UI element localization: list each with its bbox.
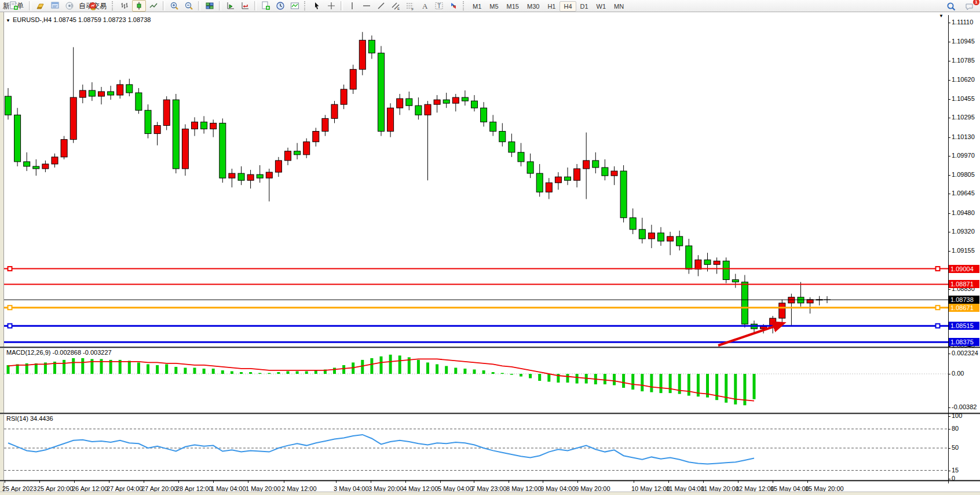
rsi-tick-label: 80 <box>952 425 959 432</box>
timeframe-group: M1M5M15M30H1H4D1W1MN <box>469 1 628 11</box>
price-tick-mark <box>948 232 950 232</box>
line-handle[interactable] <box>936 267 940 271</box>
new-template-button[interactable]: ▼ <box>259 0 273 12</box>
auto-scroll-button[interactable] <box>224 0 237 12</box>
notifications-button[interactable]: 1 <box>963 1 977 12</box>
window-bottom-frame <box>0 492 980 495</box>
rsi-tick-label: 50 <box>952 444 959 451</box>
price-tick-mark <box>948 251 950 252</box>
time-tick-mark <box>440 481 441 483</box>
bar-chart-button[interactable] <box>118 0 131 12</box>
timeframe-button-h4[interactable]: H4 <box>560 1 576 12</box>
price-badge: 1.08738 <box>949 296 979 304</box>
one-click-collapse-icon[interactable]: ▼ <box>6 18 10 23</box>
toolbar-separator <box>254 1 257 10</box>
line-handle[interactable] <box>8 305 12 310</box>
time-tick-mark <box>738 481 738 483</box>
price-tick-mark <box>948 289 950 290</box>
time-tick-mark <box>703 481 704 483</box>
rsi-panel-divider[interactable] <box>0 413 980 414</box>
timeframe-button-m1[interactable]: M1 <box>469 1 485 12</box>
text-label-button[interactable]: T <box>432 0 446 12</box>
macd-panel-canvas[interactable] <box>4 348 948 413</box>
rsi-tick-mark <box>948 416 950 417</box>
chart-shift-icon <box>240 1 250 10</box>
line-handle[interactable] <box>936 305 940 310</box>
price-badge: 1.08871 <box>949 280 979 288</box>
search-icon <box>946 2 956 12</box>
line-handle[interactable] <box>8 324 12 328</box>
zoom-in-icon <box>170 1 179 10</box>
market-watch-button[interactable] <box>48 0 62 12</box>
line-handle[interactable] <box>8 267 12 271</box>
time-tick-mark <box>543 481 543 483</box>
rsi-tick-mark <box>948 471 950 471</box>
arrows-tool-button[interactable]: ▼ <box>447 0 460 12</box>
search-button[interactable] <box>944 1 958 12</box>
price-tick-label: 1.10620 <box>952 76 975 83</box>
new-order-button[interactable]: 新订单 <box>1 0 27 12</box>
text-icon: A <box>420 1 429 10</box>
fibonacci-button[interactable]: F <box>403 0 417 12</box>
window-left-frame <box>0 12 4 495</box>
chart-shift-button[interactable] <box>238 0 252 12</box>
zoom-out-icon <box>184 1 193 10</box>
timeframe-button-h1[interactable]: H1 <box>543 1 560 12</box>
line-chart-button[interactable] <box>147 0 160 12</box>
line-handle[interactable] <box>936 324 940 328</box>
line-chart-icon <box>149 1 158 10</box>
price-chart-canvas[interactable] <box>4 16 948 347</box>
trendline-button[interactable] <box>374 0 388 12</box>
symbol-ohlc-text: EURUSD-,H4 1.08745 1.08759 1.08723 1.087… <box>13 16 151 23</box>
crosshair-button[interactable] <box>324 0 338 12</box>
toolbar-separator <box>341 1 343 10</box>
current-bar-marker <box>824 296 831 303</box>
vertical-line-icon <box>348 1 357 10</box>
macd-panel-divider[interactable] <box>0 347 980 348</box>
rsi-panel-canvas[interactable] <box>4 414 948 480</box>
time-tick-mark <box>5 481 5 483</box>
trendline-icon <box>376 1 386 10</box>
market-watch-icon <box>50 1 60 10</box>
horizontal-line-button[interactable] <box>360 0 374 12</box>
signal-icon <box>65 1 74 10</box>
timeframe-button-m30[interactable]: M30 <box>523 1 543 12</box>
crosshair-icon <box>327 1 336 10</box>
period-clock-button[interactable]: ▼ <box>273 0 287 12</box>
zoom-out-button[interactable] <box>182 0 196 12</box>
timeframe-button-m5[interactable]: M5 <box>485 1 502 12</box>
indicators-button[interactable]: ▼ <box>288 0 302 12</box>
toolbar-separator <box>219 1 221 10</box>
text-button[interactable]: A <box>418 0 432 12</box>
rsi-tick-mark <box>948 429 950 430</box>
time-tick-mark <box>634 481 634 483</box>
svg-text:A: A <box>422 2 428 10</box>
price-tick-mark <box>948 42 950 42</box>
rsi-tick-label: 100 <box>952 412 962 419</box>
channel-icon: E <box>391 1 400 10</box>
tile-windows-button[interactable] <box>203 0 217 12</box>
time-tick-mark <box>668 481 669 483</box>
time-tick-mark <box>405 481 406 483</box>
rsi-tick-mark <box>948 479 950 479</box>
symbol-header: ▼EURUSD-,H4 1.08745 1.08759 1.08723 1.08… <box>6 16 151 23</box>
price-tick-label: 1.09480 <box>952 209 975 216</box>
cursor-button[interactable] <box>310 0 324 12</box>
price-tick-mark <box>948 80 950 81</box>
timeframe-button-m15[interactable]: M15 <box>503 1 523 12</box>
candlestick-chart-button[interactable] <box>132 0 146 12</box>
auto-trading-button[interactable]: 自动交易 <box>77 0 109 12</box>
timeframe-button-mn[interactable]: MN <box>610 1 628 12</box>
zoom-in-button[interactable] <box>167 0 181 12</box>
svg-text:E: E <box>397 7 400 10</box>
timeframe-button-d1[interactable]: D1 <box>576 1 593 12</box>
price-tick-label: 1.10945 <box>952 38 975 45</box>
timeframe-button-w1[interactable]: W1 <box>593 1 610 12</box>
channel-button[interactable]: E <box>389 0 403 12</box>
gold-bar-button[interactable] <box>34 0 47 12</box>
vertical-line-button[interactable] <box>345 0 359 12</box>
rsi-line <box>8 435 754 464</box>
signal-button[interactable] <box>63 0 76 12</box>
toolbar-grip <box>463 1 466 10</box>
trading-terminal-window: 新订单 自动交易 ▼ ▼ ▼ E F A T <box>0 0 980 495</box>
